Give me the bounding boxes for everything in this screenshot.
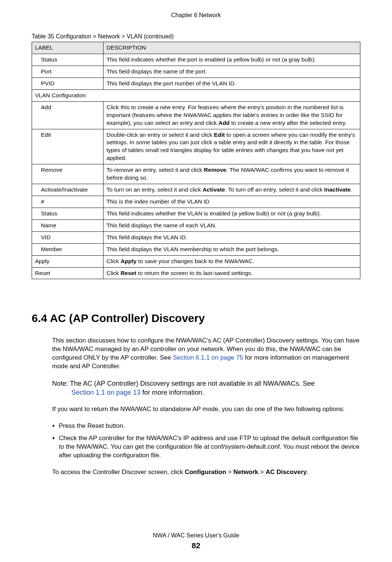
row-desc: This field indicates whether the port is…: [103, 54, 360, 66]
row-label: #: [32, 196, 103, 208]
row-desc: Click this to create a new entry. For fe…: [103, 101, 360, 129]
row-label: Activate/Inactivate: [32, 184, 103, 196]
table-row: Apply Click Apply to save your changes b…: [32, 255, 360, 267]
row-label: Edit: [32, 129, 103, 164]
table-row: Status This field indicates whether the …: [32, 54, 360, 66]
col-description: DESCRIPTION: [103, 42, 360, 54]
row-desc: To remove an entry, select it and click …: [103, 164, 360, 184]
row-desc: This field displays the name of the port…: [103, 66, 360, 78]
t: To remove an entry, select it and click: [106, 167, 204, 173]
list-item: Check the AP controller for the NWA/WAC'…: [59, 434, 360, 460]
row-desc: This field indicates whether the VLAN is…: [103, 208, 360, 220]
t: to return the screen to its last-saved s…: [136, 270, 253, 276]
paragraph: To access the Controller Discover screen…: [52, 468, 360, 477]
t-bold: Edit: [214, 132, 225, 138]
row-desc: This field displays the port number of t…: [103, 78, 360, 89]
table-row: VID This field displays the VLAN ID.: [32, 231, 360, 243]
table-row: Activate/Inactivate To turn on an entry,…: [32, 184, 360, 196]
row-label: Apply: [32, 255, 103, 267]
table-header-row: LABEL DESCRIPTION: [32, 42, 360, 54]
t: Double-click an entry or select it and c…: [106, 132, 214, 138]
cross-ref-link[interactable]: Section 1.1 on page 13: [71, 389, 140, 396]
cross-ref-link[interactable]: Section 6.1.1 on page 75: [173, 354, 243, 361]
footer-guide-title: NWA / WAC Series User's Guide: [0, 531, 392, 540]
t-bold: Add: [219, 120, 230, 126]
t: for more information.: [140, 389, 204, 396]
paragraph: If you want to return the NWA/WAC to sta…: [52, 405, 360, 414]
t-bold: Activate: [203, 186, 225, 193]
table-row: Add Click this to create a new entry. Fo…: [32, 101, 360, 129]
section-heading: 6.4 AC (AP Controller) Discovery: [32, 311, 360, 326]
table-row: Remove To remove an entry, select it and…: [32, 164, 360, 184]
note: Note: The AC (AP Controller) Discovery s…: [52, 379, 360, 397]
t: To turn on an entry, select it and click: [106, 186, 203, 193]
t-bold: Apply: [121, 258, 137, 264]
t: .: [307, 468, 309, 476]
t: .: [351, 186, 352, 193]
row-desc: This field displays the VLAN ID.: [103, 231, 360, 243]
row-label: Reset: [32, 267, 103, 279]
row-label: Add: [32, 101, 103, 129]
row-desc: To turn on an entry, select it and click…: [103, 184, 360, 196]
col-label: LABEL: [32, 42, 103, 54]
table-row: Port This field displays the name of the…: [32, 66, 360, 78]
table-row: Name This field displays the name of eac…: [32, 220, 360, 231]
table-caption: Table 35 Configuration > Network > VLAN …: [32, 32, 360, 41]
table-row: Edit Double-click an entry or select it …: [32, 129, 360, 164]
table-row: # This is the index number of the VLAN I…: [32, 196, 360, 208]
t: to create a new entry after the selected…: [230, 120, 347, 126]
t: >: [226, 468, 233, 476]
row-label: Port: [32, 66, 103, 78]
row-label: VID: [32, 231, 103, 243]
row-desc: This is the index number of the VLAN ID: [103, 196, 360, 208]
paragraph: This section discusses how to configure …: [52, 337, 360, 371]
table-row: Status This field indicates whether the …: [32, 208, 360, 220]
row-label: Status: [32, 208, 103, 220]
row-label: Member: [32, 243, 103, 255]
table-row: PVID This field displays the port number…: [32, 78, 360, 89]
t-bold: AC Discovery: [265, 468, 307, 476]
t: To access the Controller Discover screen…: [52, 468, 185, 476]
row-section: VLAN Configuration: [32, 89, 360, 101]
row-desc: This field displays the name of each VLA…: [103, 220, 360, 231]
t: Note: The AC (AP Controller) Discovery s…: [52, 380, 315, 387]
t: Click: [106, 258, 121, 264]
t: . To turn off an entry, select it and cl…: [225, 186, 324, 193]
row-label: PVID: [32, 78, 103, 89]
list-item: Press the Reset button.: [59, 422, 360, 430]
row-desc: Double-click an entry or select it and c…: [103, 129, 360, 164]
row-desc: Click Reset to return the screen to its …: [103, 267, 360, 279]
t-bold: Configuration: [185, 468, 226, 476]
t: to save your changes back to the NWA/WAC…: [137, 258, 254, 264]
row-label: Remove: [32, 164, 103, 184]
t: >: [258, 468, 265, 476]
t-bold: Reset: [121, 270, 136, 276]
table-row: Reset Click Reset to return the screen t…: [32, 267, 360, 279]
t: Click: [106, 270, 121, 276]
t-bold: Network: [233, 468, 258, 476]
table-row: Member This field displays the VLAN memb…: [32, 243, 360, 255]
row-desc: Click Apply to save your changes back to…: [103, 255, 360, 267]
page-number: 82: [0, 540, 392, 551]
row-label: Name: [32, 220, 103, 231]
row-desc: This field displays the VLAN membership …: [103, 243, 360, 255]
row-label: Status: [32, 54, 103, 66]
chapter-header: Chapter 6 Network: [0, 11, 392, 19]
bullet-list: Press the Reset button. Check the AP con…: [52, 422, 360, 460]
table-row: VLAN Configuration: [32, 89, 360, 101]
t-bold: Remove: [204, 167, 226, 173]
page-footer: NWA / WAC Series User's Guide 82: [0, 531, 392, 551]
config-table: LABEL DESCRIPTION Status This field indi…: [32, 42, 360, 279]
t-bold: Inactivate: [324, 186, 351, 193]
